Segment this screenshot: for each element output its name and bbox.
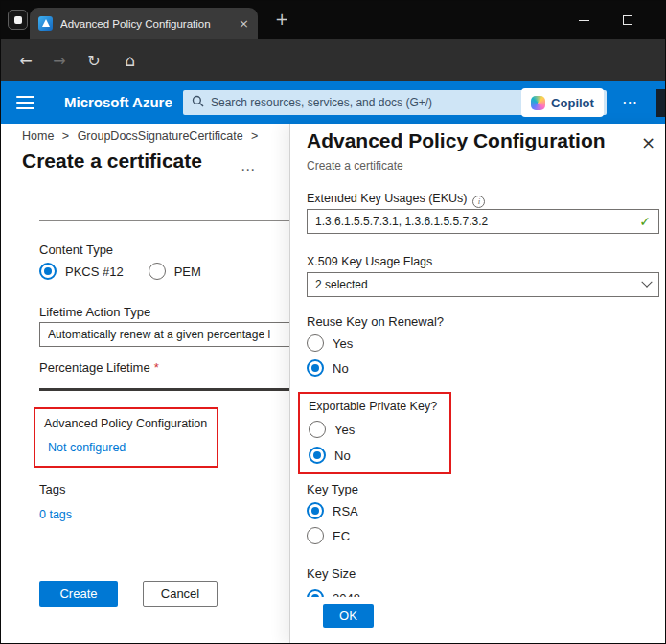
- advanced-policy-label: Advanced Policy Configuration: [44, 417, 207, 430]
- advanced-policy-highlight-box: Advanced Policy Configuration Not config…: [34, 407, 218, 468]
- chevron-down-icon: [641, 277, 652, 288]
- create-button[interactable]: Create: [39, 581, 118, 607]
- lifetime-action-type-dropdown[interactable]: Automatically renew at a given percentag…: [39, 322, 289, 347]
- maximize-icon[interactable]: [623, 15, 632, 25]
- copilot-label: Copilot: [551, 96, 594, 110]
- back-icon[interactable]: ←: [11, 39, 41, 81]
- not-configured-link[interactable]: Not configured: [48, 441, 126, 454]
- radio-icon[interactable]: [307, 527, 324, 544]
- reuse-key-yes-option[interactable]: Yes: [307, 334, 353, 352]
- breadcrumb-separator: >: [62, 129, 69, 143]
- percentage-lifetime-slider[interactable]: [39, 388, 289, 391]
- key-type-label: Key Type: [307, 482, 358, 496]
- radio-label: PKCS #12: [65, 264, 124, 279]
- lifetime-action-type-label: Lifetime Action Type: [39, 305, 150, 319]
- more-options-icon[interactable]: ⋯: [622, 93, 638, 111]
- radio-label: RSA: [333, 504, 358, 518]
- required-asterisk: *: [154, 360, 159, 375]
- tab-title: Advanced Policy Configuration: [60, 18, 231, 30]
- radio-icon[interactable]: [309, 421, 326, 438]
- info-icon[interactable]: i: [472, 196, 485, 208]
- radio-label: Yes: [333, 336, 353, 351]
- panel-close-icon[interactable]: ×: [641, 132, 655, 152]
- key-usage-flags-label: X.509 Key Usage Flags: [307, 255, 432, 268]
- main-content: Home > GroupDocsSignatureCertificate > C…: [1, 124, 289, 644]
- radio-label: Yes: [334, 423, 355, 437]
- lifetime-action-type-value: Automatically renew at a given percentag…: [48, 328, 289, 341]
- ekus-input[interactable]: 1.3.6.1.5.5.7.3.1, 1.3.6.1.5.5.7.3.2 ✓: [307, 209, 659, 234]
- hamburger-menu-icon[interactable]: [16, 96, 34, 109]
- exportable-key-highlight-box: Exportable Private Key? Yes No: [298, 392, 451, 474]
- radio-icon[interactable]: [307, 359, 324, 377]
- advanced-policy-panel: × Advanced Policy Configuration Create a…: [289, 124, 666, 644]
- azure-favicon-icon: [38, 16, 53, 31]
- panel-subtitle: Create a certificate: [307, 159, 403, 172]
- ok-button[interactable]: OK: [323, 604, 374, 628]
- breadcrumb-parent-link[interactable]: GroupDocsSignatureCertificate: [78, 129, 243, 143]
- radio-icon[interactable]: [149, 263, 166, 280]
- avatar[interactable]: [656, 89, 665, 117]
- page-more-icon[interactable]: ⋯: [241, 161, 255, 178]
- reuse-key-label: Reuse Key on Renewal?: [307, 314, 444, 329]
- percentage-lifetime-text: Percentage Lifetime: [39, 360, 150, 375]
- azure-brand[interactable]: Microsoft Azure: [64, 94, 172, 110]
- breadcrumb-home-link[interactable]: Home: [22, 129, 54, 143]
- exportable-key-no-option[interactable]: No: [309, 447, 351, 464]
- search-icon: [192, 94, 204, 111]
- clipped-field-border: [39, 220, 289, 221]
- exportable-key-yes-option[interactable]: Yes: [309, 421, 355, 438]
- percentage-lifetime-label: Percentage Lifetime*: [39, 360, 159, 375]
- radio-option-pem[interactable]: PEM: [149, 263, 201, 280]
- search-placeholder: Search resources, services, and docs (G+…: [211, 96, 432, 109]
- radio-label: No: [334, 448, 351, 463]
- forward-icon[interactable]: →: [44, 39, 75, 81]
- tags-label: Tags: [39, 482, 65, 496]
- cancel-button[interactable]: Cancel: [143, 581, 218, 607]
- key-usage-flags-dropdown[interactable]: 2 selected: [307, 272, 659, 297]
- copilot-icon: [531, 96, 545, 110]
- reuse-key-no-option[interactable]: No: [307, 359, 349, 377]
- minimize-icon[interactable]: [579, 20, 589, 21]
- browser-titlebar: Advanced Policy Configuration × +: [1, 1, 665, 39]
- radio-icon[interactable]: [39, 263, 57, 280]
- new-tab-button[interactable]: +: [275, 10, 288, 29]
- tab-close-icon[interactable]: ×: [239, 16, 249, 31]
- workspace-icon[interactable]: [8, 10, 28, 30]
- home-icon[interactable]: ⌂: [115, 39, 146, 81]
- panel-title: Advanced Policy Configuration: [307, 129, 606, 152]
- key-usage-flags-value: 2 selected: [315, 278, 637, 291]
- exportable-key-label: Exportable Private Key?: [309, 400, 437, 413]
- tags-link[interactable]: 0 tags: [39, 508, 72, 521]
- radio-label: No: [333, 361, 349, 376]
- radio-label: PEM: [174, 264, 201, 279]
- ekus-label-text: Extended Key Usages (EKUs): [307, 192, 467, 205]
- ekus-label: Extended Key Usages (EKUs)i: [307, 192, 485, 208]
- key-size-label: Key Size: [307, 566, 356, 581]
- ekus-value: 1.3.6.1.5.5.7.3.1, 1.3.6.1.5.5.7.3.2: [315, 215, 633, 228]
- content-type-label: Content Type: [39, 242, 113, 257]
- radio-option-pkcs12[interactable]: PKCS #12: [39, 263, 124, 280]
- browser-toolbar: ← → ↻ ⌂ portal.azure.co... ☆: [1, 39, 665, 81]
- breadcrumb-separator: >: [251, 129, 258, 143]
- breadcrumb: Home > GroupDocsSignatureCertificate >: [22, 129, 263, 143]
- workspace-glyph: [14, 16, 22, 24]
- radio-icon[interactable]: [307, 334, 324, 352]
- radio-icon[interactable]: [309, 447, 326, 464]
- azure-header: Microsoft Azure Search resources, servic…: [1, 81, 665, 124]
- refresh-icon[interactable]: ↻: [79, 39, 109, 81]
- page-title: Create a certificate: [22, 150, 202, 172]
- radio-label: EC: [333, 529, 350, 543]
- browser-tab[interactable]: Advanced Policy Configuration ×: [30, 8, 258, 39]
- copilot-button[interactable]: Copilot: [521, 88, 604, 117]
- key-type-rsa-option[interactable]: RSA: [307, 502, 358, 519]
- key-type-ec-option[interactable]: EC: [307, 527, 350, 544]
- radio-icon[interactable]: [307, 502, 324, 519]
- valid-check-icon: ✓: [639, 214, 651, 229]
- panel-footer: OK: [290, 597, 666, 644]
- content-type-radio-group: PKCS #12 PEM: [39, 263, 201, 280]
- browser-window: Advanced Policy Configuration × + ← → ↻ …: [0, 0, 666, 644]
